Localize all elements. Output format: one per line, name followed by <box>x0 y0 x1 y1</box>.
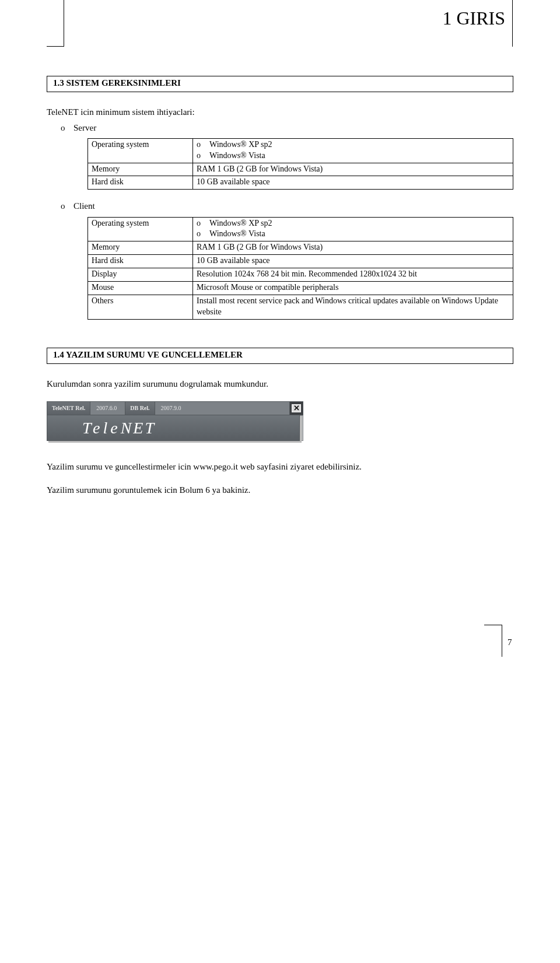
table-key: Display <box>88 268 193 282</box>
table-row: Hard disk10 GB available space <box>88 176 513 190</box>
toolbar-top-row: TeleNET Rel. 2007.6.0 DB Rel. 2007.9.0 ✕ <box>47 401 303 415</box>
list-marker: o <box>197 150 209 162</box>
table-key: Memory <box>88 163 193 176</box>
header-right-rule <box>512 0 513 47</box>
list-marker: o <box>197 229 209 240</box>
list-marker: o <box>197 139 209 150</box>
section-1-4-p2: Yazilim surumu ve guncellestirmeler icin… <box>47 461 513 472</box>
telenet-release-label: TeleNET Rel. <box>47 401 90 415</box>
table-value: oWindows® XP sp2oWindows® Vista <box>193 138 513 163</box>
table-row: DisplayResolution 1024x 768 24 bit min. … <box>88 268 513 282</box>
server-list-item: oServer <box>61 122 513 134</box>
table-row: Operating systemoWindows® XP sp2oWindows… <box>88 217 513 241</box>
table-value: RAM 1 GB (2 GB for Windows Vista) <box>193 241 513 255</box>
list-marker: o <box>61 122 74 134</box>
table-value-text: Windows® Vista <box>209 229 265 238</box>
table-key: Operating system <box>88 138 193 163</box>
table-row: OthersInstall most recent service pack a… <box>88 295 513 319</box>
telenet-logo-bar: TeleNET <box>47 415 300 441</box>
table-key: Hard disk <box>88 176 193 190</box>
table-key: Hard disk <box>88 255 193 268</box>
table-value: oWindows® XP sp2oWindows® Vista <box>193 217 513 241</box>
logo-net: NET <box>121 417 156 439</box>
page-title: 1 GIRIS <box>442 6 505 31</box>
table-row: Hard disk10 GB available space <box>88 255 513 268</box>
page-header: 1 GIRIS <box>47 23 513 47</box>
table-key: Memory <box>88 241 193 255</box>
section-1-4-heading: 1.4 YAZILIM SURUMU VE GUNCELLEMELER <box>53 349 507 360</box>
table-value: Install most recent service pack and Win… <box>193 295 513 319</box>
table-key: Others <box>88 295 193 319</box>
table-row: MemoryRAM 1 GB (2 GB for Windows Vista) <box>88 241 513 255</box>
db-release-value: 2007.9.0 <box>155 401 289 415</box>
client-label: Client <box>74 201 95 211</box>
section-1-4-heading-box: 1.4 YAZILIM SURUMU VE GUNCELLEMELER <box>47 348 513 364</box>
db-release-label: DB Rel. <box>125 401 154 415</box>
page-footer: 7 <box>47 625 513 660</box>
logo-tele: Tele <box>82 417 121 439</box>
section-1-3-heading: 1.3 SISTEM GEREKSINIMLERI <box>53 77 507 89</box>
table-key: Mouse <box>88 282 193 295</box>
table-value-text: Windows® Vista <box>209 151 265 160</box>
list-marker: o <box>61 200 74 212</box>
table-key: Operating system <box>88 217 193 241</box>
section-1-3-intro: TeleNET icin minimum sistem ihtiyaclari: <box>47 106 513 118</box>
section-1-3-heading-box: 1.3 SISTEM GEREKSINIMLERI <box>47 76 513 92</box>
version-toolbar-figure: TeleNET Rel. 2007.6.0 DB Rel. 2007.9.0 ✕… <box>47 401 513 441</box>
section-1-4-p1: Kurulumdan sonra yazilim surumunu dogrul… <box>47 378 513 390</box>
header-left-bracket <box>47 0 64 47</box>
toolbar-right-edge <box>300 415 303 441</box>
list-marker: o <box>197 218 209 229</box>
close-button[interactable]: ✕ <box>289 401 303 415</box>
table-row: MemoryRAM 1 GB (2 GB for Windows Vista) <box>88 163 513 176</box>
close-icon: ✕ <box>292 404 301 412</box>
telenet-release-value: 2007.6.0 <box>90 401 125 415</box>
section-1-4-p3: Yazilim surumunu goruntulemek icin Bolum… <box>47 484 513 496</box>
footer-rule-h <box>484 625 502 625</box>
table-row: Operating systemoWindows® XP sp2oWindows… <box>88 138 513 163</box>
table-value: 10 GB available space <box>193 176 513 190</box>
table-value-text: Windows® XP sp2 <box>209 140 272 149</box>
server-label: Server <box>74 123 96 132</box>
table-value: Resolution 1024x 768 24 bit min. Recomme… <box>193 268 513 282</box>
table-value: Microsoft Mouse or compatible peripheral… <box>193 282 513 295</box>
client-requirements-table: Operating systemoWindows® XP sp2oWindows… <box>88 217 513 320</box>
table-value-text: Windows® XP sp2 <box>209 219 272 227</box>
table-value: 10 GB available space <box>193 255 513 268</box>
client-list-item: oClient <box>61 200 513 212</box>
page-number: 7 <box>508 636 512 648</box>
table-row: MouseMicrosoft Mouse or compatible perip… <box>88 282 513 295</box>
table-value: RAM 1 GB (2 GB for Windows Vista) <box>193 163 513 176</box>
footer-rule-v <box>502 625 502 657</box>
server-requirements-table: Operating systemoWindows® XP sp2oWindows… <box>88 138 513 190</box>
